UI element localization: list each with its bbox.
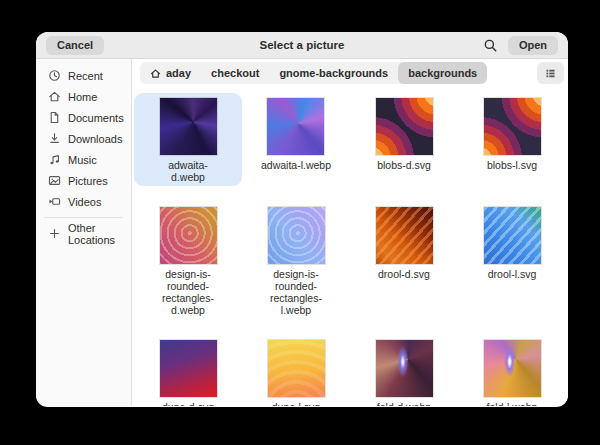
videos-icon [48,195,61,208]
sidebar-item-label: Downloads [68,133,122,145]
documents-icon [48,111,61,124]
dialog-body: Recent Home Documents [36,59,568,406]
file-item[interactable]: fold-d.webp [358,335,451,406]
file-card: dune-d.svg [142,335,235,406]
breadcrumb-segment-checkout[interactable]: checkout [201,62,269,84]
file-name: fold-l.webp [487,401,538,406]
file-thumbnail [376,207,433,264]
file-thumbnail [484,98,541,155]
file-name: fold-d.webp [377,401,431,406]
file-item[interactable]: drool-d.svg [358,202,451,283]
file-name: dune-l.svg [272,401,320,406]
file-name: adwaita-l.webp [261,159,331,171]
file-card: adwaita-l.webp [243,93,349,174]
file-item[interactable]: dune-d.svg [142,335,235,406]
file-name: drool-l.svg [488,268,536,280]
downloads-icon [48,132,61,145]
home-icon [150,68,161,79]
pictures-icon [48,174,61,187]
search-icon [483,38,498,53]
file-name: design-is-rounded-rectangles-l.webp [260,268,332,316]
breadcrumb-label: checkout [211,67,259,79]
file-item[interactable]: adwaita-l.webp [243,93,349,174]
file-item[interactable]: drool-l.svg [466,202,559,283]
file-name: blobs-d.svg [377,159,431,171]
sidebar-item-pictures[interactable]: Pictures [36,170,131,191]
file-thumbnail [268,340,325,397]
plus-icon [48,227,61,240]
search-button[interactable] [482,36,500,54]
window-title: Select a picture [259,39,344,51]
file-browser-content: aday checkout gnome-backgrounds backgrou… [132,59,568,406]
sidebar-item-label: Pictures [68,175,108,187]
file-name: drool-d.svg [378,268,430,280]
file-thumbnail [160,207,217,264]
breadcrumb: aday checkout gnome-backgrounds backgrou… [140,62,487,84]
file-card: drool-d.svg [358,202,451,283]
desktop-backdrop: Cancel Select a picture Open Rec [0,0,600,445]
file-card: fold-l.webp [466,335,559,406]
sidebar-item-label: Documents [68,112,124,124]
file-item[interactable]: design-is-rounded-rectangles-l.webp [242,202,350,319]
file-thumbnail [160,340,217,397]
places-sidebar: Recent Home Documents [36,59,132,406]
list-view-icon [544,67,557,80]
file-item[interactable]: blobs-d.svg [358,93,451,174]
sidebar-item-downloads[interactable]: Downloads [36,128,131,149]
file-thumbnail [376,340,433,397]
cancel-button[interactable]: Cancel [46,36,104,55]
file-grid: adwaita-d.webp adwaita-l.webp blobs-d.sv… [132,85,568,406]
sidebar-divider [44,217,123,218]
file-name: dune-d.svg [162,401,214,406]
file-item[interactable]: blobs-l.svg [466,93,559,174]
file-card: blobs-d.svg [358,93,451,174]
file-card: fold-d.webp [358,335,451,406]
sidebar-item-music[interactable]: Music [36,149,131,170]
headerbar: Cancel Select a picture Open [36,32,568,59]
sidebar-item-label: Recent [68,70,103,82]
file-name: blobs-l.svg [487,159,537,171]
breadcrumb-label: gnome-backgrounds [279,67,388,79]
sidebar-item-videos[interactable]: Videos [36,191,131,212]
sidebar-item-other-locations[interactable]: Other Locations [36,223,131,244]
file-card: blobs-l.svg [466,93,559,174]
file-card-selected: adwaita-d.webp [134,93,242,186]
file-thumbnail [376,98,433,155]
file-item[interactable]: adwaita-d.webp [134,93,242,186]
file-card: design-is-rounded-rectangles-d.webp [134,202,242,319]
file-name: design-is-rounded-rectangles-d.webp [152,268,224,316]
file-thumbnail [267,98,324,155]
sidebar-item-label: Music [68,154,97,166]
sidebar-item-documents[interactable]: Documents [36,107,131,128]
file-item[interactable]: design-is-rounded-rectangles-d.webp [134,202,242,319]
file-thumbnail [484,207,541,264]
sidebar-item-home[interactable]: Home [36,86,131,107]
sidebar-item-label: Other Locations [68,222,125,246]
file-card: design-is-rounded-rectangles-l.webp [242,202,350,319]
sidebar-item-label: Videos [68,196,101,208]
breadcrumb-segment-gnome-backgrounds[interactable]: gnome-backgrounds [269,62,398,84]
sidebar-item-recent[interactable]: Recent [36,65,131,86]
home-icon [48,90,61,103]
file-card: drool-l.svg [466,202,559,283]
file-thumbnail [268,207,325,264]
music-icon [48,153,61,166]
breadcrumb-segment-aday[interactable]: aday [140,62,201,84]
file-chooser-dialog: Cancel Select a picture Open Rec [36,32,568,407]
file-item[interactable]: fold-l.webp [466,335,559,406]
file-item[interactable]: dune-l.svg [250,335,343,406]
path-toolbar: aday checkout gnome-backgrounds backgrou… [140,62,564,85]
sidebar-item-label: Home [68,91,97,103]
file-thumbnail [484,340,541,397]
open-button[interactable]: Open [508,36,558,55]
breadcrumb-label: backgrounds [408,67,477,79]
file-card: dune-l.svg [250,335,343,406]
file-thumbnail [160,98,217,155]
recent-icon [48,69,61,82]
view-toggle-button[interactable] [537,62,564,84]
breadcrumb-segment-backgrounds[interactable]: backgrounds [398,62,487,84]
breadcrumb-label: aday [166,67,191,79]
file-name: adwaita-d.webp [152,159,224,183]
